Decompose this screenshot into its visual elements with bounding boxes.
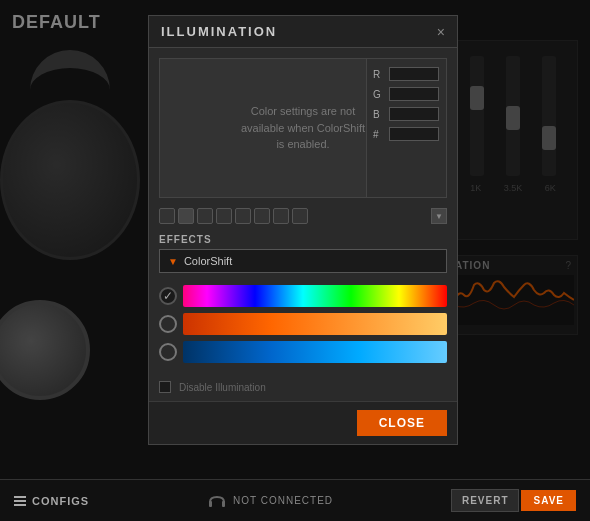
close-button[interactable]: CLOSE	[357, 410, 447, 436]
configs-icon	[14, 496, 26, 506]
rgb-hex-input[interactable]	[389, 127, 439, 141]
color-bar-orange[interactable]	[183, 313, 447, 335]
dropdown-arrow-icon: ▼	[168, 256, 178, 267]
rgb-b-label: B	[373, 109, 385, 120]
rgb-g-label: G	[373, 89, 385, 100]
color-bar-rainbow-row: ✓	[159, 285, 447, 307]
color-bar-orange-row	[159, 313, 447, 335]
effects-value: ColorShift	[184, 255, 232, 267]
rgb-r-input[interactable]	[389, 67, 439, 81]
icon-line-1	[14, 496, 26, 498]
rgb-hex-row: #	[373, 127, 440, 141]
swatch-7[interactable]	[273, 208, 289, 224]
configs-label: CONFIGS	[32, 495, 89, 507]
modal-close-x-button[interactable]: ×	[437, 25, 445, 39]
modal-header: ILLUMINATION ×	[149, 16, 457, 48]
swatch-dropdown-arrow: ▼	[435, 212, 443, 221]
effects-label: EFFECTS	[159, 234, 447, 245]
svg-rect-1	[222, 501, 225, 507]
rgb-r-row: R	[373, 67, 440, 81]
color-bars-section: ✓	[149, 285, 457, 377]
rgb-r-label: R	[373, 69, 385, 80]
disable-illumination-checkbox[interactable]	[159, 381, 171, 393]
modal-title: ILLUMINATION	[161, 24, 277, 39]
color-unavailable-text: Color settings are notavailable when Col…	[241, 103, 365, 153]
icon-line-3	[14, 504, 26, 506]
checkmark-icon: ✓	[163, 289, 173, 303]
color-bar-orange-check[interactable]	[159, 315, 177, 333]
color-bar-cyan-row	[159, 341, 447, 363]
effects-section: EFFECTS ▼ ColorShift	[149, 228, 457, 285]
swatch-5[interactable]	[235, 208, 251, 224]
illumination-modal: ILLUMINATION × Color settings are notava…	[148, 15, 458, 445]
configs-section[interactable]: CONFIGS	[0, 495, 103, 507]
svg-rect-0	[209, 501, 212, 507]
effects-dropdown[interactable]: ▼ ColorShift	[159, 249, 447, 273]
bottom-bar: CONFIGS NOT CONNECTED REVERT SAVE	[0, 479, 590, 521]
swatch-6[interactable]	[254, 208, 270, 224]
rgb-g-row: G	[373, 87, 440, 101]
swatch-dropdown[interactable]: ▼	[431, 208, 447, 224]
swatch-1[interactable]	[159, 208, 175, 224]
headphone-small-icon	[207, 494, 227, 508]
rgb-g-input[interactable]	[389, 87, 439, 101]
disable-illumination-label: Disable Illumination	[179, 382, 266, 393]
color-preview-area: Color settings are notavailable when Col…	[159, 58, 447, 198]
color-bar-cyan[interactable]	[183, 341, 447, 363]
modal-footer: CLOSE	[149, 401, 457, 444]
bottom-right-section: REVERT SAVE	[437, 489, 590, 512]
save-button[interactable]: SAVE	[521, 490, 576, 511]
rgb-b-row: B	[373, 107, 440, 121]
icon-line-2	[14, 500, 26, 502]
rgb-hex-label: #	[373, 129, 385, 140]
swatch-2[interactable]	[178, 208, 194, 224]
disable-illumination-row: Disable Illumination	[149, 377, 457, 401]
connected-label: NOT CONNECTED	[233, 495, 333, 506]
color-bar-rainbow[interactable]	[183, 285, 447, 307]
revert-button[interactable]: REVERT	[451, 489, 520, 512]
rgb-b-input[interactable]	[389, 107, 439, 121]
swatches-row: ▼	[159, 208, 447, 224]
connected-section: NOT CONNECTED	[207, 494, 333, 508]
swatch-8[interactable]	[292, 208, 308, 224]
color-bar-cyan-check[interactable]	[159, 343, 177, 361]
swatch-3[interactable]	[197, 208, 213, 224]
color-bar-rainbow-check[interactable]: ✓	[159, 287, 177, 305]
swatch-4[interactable]	[216, 208, 232, 224]
rgb-panel: R G B #	[366, 59, 446, 197]
